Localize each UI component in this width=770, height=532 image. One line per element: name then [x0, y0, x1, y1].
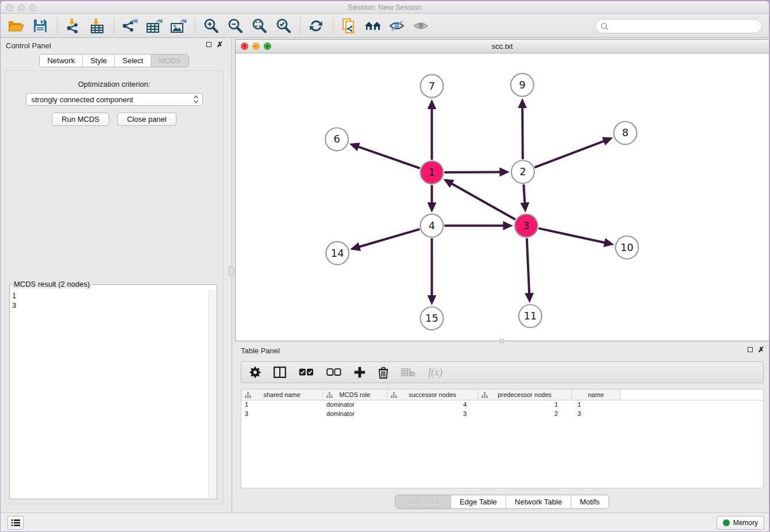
app-title: Session: New Session: [1, 3, 769, 11]
selected-criterion: strongly connected component: [32, 95, 193, 104]
mcds-result-text[interactable]: 1 3: [12, 291, 209, 498]
graph-node-label-9: 9: [519, 79, 525, 91]
zoom-in-icon: [203, 18, 219, 34]
network-view-window: × − + scc.txt 7968124314101511: [235, 39, 769, 341]
graph-edge-2-9[interactable]: [522, 107, 523, 160]
network-canvas[interactable]: 7968124314101511: [236, 54, 769, 341]
table-row[interactable]: 3 dominator 3 2 3: [241, 410, 763, 419]
float-table-panel-icon[interactable]: [748, 347, 753, 352]
network-window-titlebar: × − + scc.txt: [236, 40, 769, 53]
mcds-panel: Optimization criterion: strongly connect…: [5, 70, 224, 504]
column-header-shared-name[interactable]: shared name: [241, 390, 323, 400]
vertical-splitter[interactable]: [228, 38, 235, 512]
float-panel-icon[interactable]: [206, 42, 211, 47]
tab-style[interactable]: Style: [83, 55, 115, 67]
zoom-selected-button[interactable]: [274, 16, 293, 36]
graph-node-label-7: 7: [429, 80, 435, 92]
table-row[interactable]: 1 dominator 4 1 1: [241, 400, 763, 410]
select-all-checkboxes-icon[interactable]: [299, 368, 314, 376]
column-header-predecessor-nodes[interactable]: predecessor nodes: [478, 390, 572, 400]
graph-edge-2-3[interactable]: [523, 184, 525, 203]
network-view-title: scc.txt: [236, 42, 769, 51]
graph-edge-1-2[interactable]: [444, 172, 500, 172]
optimization-criterion-select[interactable]: strongly connected component: [26, 93, 203, 106]
import-table-button[interactable]: [87, 16, 107, 36]
node-table[interactable]: shared name MCDS role successor nodes pr…: [241, 389, 764, 488]
column-layout-icon[interactable]: [274, 367, 286, 378]
search-box[interactable]: [595, 19, 762, 33]
memory-button[interactable]: Memory: [717, 516, 764, 530]
tab-motifs[interactable]: Motifs: [571, 495, 609, 508]
double-home-icon: [364, 18, 382, 33]
zoom-out-button[interactable]: [225, 16, 245, 36]
zoom-in-button[interactable]: [201, 16, 221, 36]
refresh-icon: [308, 18, 324, 34]
mcds-result-title: MCDS result (2 nodes): [12, 280, 91, 288]
refresh-view-button[interactable]: [306, 16, 326, 36]
search-input[interactable]: [609, 22, 761, 30]
graph-edge-1-6[interactable]: [358, 147, 420, 168]
save-session-button[interactable]: [30, 16, 50, 36]
delete-table-icon[interactable]: [401, 368, 415, 377]
run-mcds-button[interactable]: Run MCDS: [52, 113, 109, 126]
column-header-successor-nodes[interactable]: successor nodes: [387, 390, 478, 400]
zoom-fit-button[interactable]: [249, 16, 269, 36]
close-panel-icon[interactable]: ✗: [217, 41, 223, 48]
app-titlebar: Session: New Session: [1, 1, 769, 14]
search-icon: [600, 22, 609, 30]
tab-mcds[interactable]: MCDS: [151, 55, 188, 67]
show-task-history-button[interactable]: [7, 516, 24, 530]
settings-gear-icon[interactable]: [249, 367, 261, 378]
table-toolbar: f(x): [241, 361, 764, 383]
graph-edge-4-14[interactable]: [359, 229, 419, 247]
eye-slash-icon: [388, 19, 406, 33]
export-network-button[interactable]: [120, 16, 140, 36]
result-scrollbar[interactable]: [209, 290, 216, 498]
close-panel-button[interactable]: Close panel: [117, 113, 176, 126]
network-graph[interactable]: 7968124314101511: [236, 54, 769, 341]
graph-edge-3-10[interactable]: [538, 228, 605, 242]
splitter-grip[interactable]: [499, 339, 504, 343]
graph-edge-3-1[interactable]: [451, 183, 515, 219]
control-panel-title: Control Panel: [6, 41, 51, 50]
copy-network-document-icon: [341, 18, 357, 34]
function-builder-icon[interactable]: f(x): [428, 367, 442, 379]
cell-name: 3: [572, 410, 621, 419]
tab-node-table[interactable]: Node Table: [395, 495, 451, 508]
toolbar-separator: [300, 17, 301, 34]
column-header-mcds-role[interactable]: MCDS role: [323, 390, 387, 400]
optimization-criterion-label: Optimization criterion:: [5, 80, 223, 88]
export-image-icon: [170, 18, 187, 34]
column-label: shared name: [263, 391, 300, 398]
graph-node-label-1: 1: [429, 166, 435, 178]
splitter-grip[interactable]: [229, 267, 234, 276]
hide-selected-button[interactable]: [387, 16, 407, 36]
cell-predecessor-nodes: 2: [478, 410, 572, 419]
clone-network-button[interactable]: [339, 16, 359, 36]
graph-edge-2-8[interactable]: [534, 141, 604, 167]
add-column-icon[interactable]: [354, 367, 365, 378]
close-table-panel-icon[interactable]: ✗: [758, 346, 764, 353]
open-session-button[interactable]: [6, 16, 26, 36]
show-hidden-button[interactable]: [411, 16, 431, 36]
tab-network-table[interactable]: Network Table: [506, 495, 571, 508]
memory-label: Memory: [733, 519, 758, 527]
main-toolbar: [1, 14, 769, 38]
export-image-button[interactable]: [168, 16, 188, 36]
column-header-name[interactable]: name: [572, 390, 621, 400]
delete-column-icon[interactable]: [378, 367, 388, 379]
cell-mcds-role: dominator: [323, 410, 387, 419]
show-all-networks-button[interactable]: [363, 16, 383, 36]
tab-network[interactable]: Network: [40, 55, 83, 67]
status-bar: Memory: [1, 512, 769, 531]
graph-node-label-6: 6: [333, 133, 340, 145]
import-network-button[interactable]: [63, 16, 83, 36]
export-network-icon: [121, 18, 138, 34]
deselect-all-checkboxes-icon[interactable]: [326, 368, 341, 376]
zoom-selected-icon: [275, 18, 291, 34]
tab-select[interactable]: Select: [115, 55, 151, 67]
export-table-button[interactable]: [144, 16, 164, 36]
graph-node-label-8: 8: [622, 126, 628, 138]
tab-edge-table[interactable]: Edge Table: [451, 495, 506, 508]
graph-edge-3-11[interactable]: [527, 238, 529, 294]
